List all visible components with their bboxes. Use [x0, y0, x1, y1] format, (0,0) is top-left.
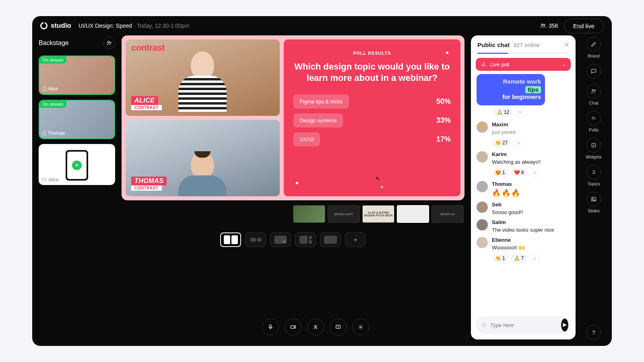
camera-button[interactable]: [285, 319, 301, 335]
add-reaction-button[interactable]: ☺: [529, 168, 540, 177]
backstage-tile-screenshare[interactable]: + Alice: [39, 144, 115, 185]
svg-point-2: [107, 41, 109, 43]
message-author: Seb: [492, 202, 523, 208]
message-author: Thomas: [492, 181, 521, 187]
lighting-button[interactable]: [307, 319, 324, 335]
layout-effects-button[interactable]: ✦: [345, 232, 366, 247]
share-icon: [335, 324, 341, 330]
rail-widgets[interactable]: Widgets: [586, 138, 602, 159]
widget-icon: [590, 142, 597, 148]
chat-title: Public chat: [477, 41, 510, 48]
slide-thumb-selected[interactable]: [397, 205, 429, 223]
reaction-button[interactable]: 👏1: [492, 254, 508, 262]
svg-point-4: [592, 89, 594, 91]
chat-message: KarimWatching as always!!😍1❤️8☺: [477, 151, 570, 177]
message-author: Salim: [492, 219, 554, 225]
people-icon: [590, 88, 597, 95]
layout-solo-button[interactable]: [320, 232, 341, 247]
avatar: [477, 219, 488, 230]
reaction-button[interactable]: 👏27: [492, 139, 511, 147]
layout-switcher: ✦: [122, 232, 464, 247]
reaction-button[interactable]: 🙏7: [511, 254, 527, 262]
layout-pip-left-button[interactable]: [245, 232, 266, 247]
app-window: studio UI/UX Design: Speed · Today, 12:3…: [32, 16, 612, 346]
add-reaction-button[interactable]: ☺: [529, 254, 540, 263]
add-reaction-button[interactable]: ☺: [513, 138, 524, 147]
add-reaction-button[interactable]: ☺: [515, 108, 525, 117]
slide-thumb[interactable]: OLAF & BJÖRN DESIGN PITCH DECK: [362, 205, 394, 223]
svg-point-8: [592, 198, 593, 199]
brand-logo[interactable]: studio: [40, 22, 71, 30]
svg-point-1: [544, 24, 545, 25]
backstage-tile-alice[interactable]: On stream Alice: [39, 56, 115, 95]
message-text: Soooo good!!: [492, 209, 523, 215]
logo-icon: [40, 22, 47, 29]
chat-message: SebSoooo good!!: [477, 202, 570, 215]
header: studio UI/UX Design: Speed · Today, 12:3…: [32, 16, 612, 35]
layout-pip-corner-button[interactable]: [270, 232, 291, 247]
message-text: 🔥🔥🔥: [492, 189, 521, 197]
bars-icon: [481, 61, 487, 68]
gear-icon: [357, 324, 364, 330]
rail-brand[interactable]: Brand: [586, 37, 601, 58]
svg-rect-9: [270, 325, 271, 327]
rail-chat[interactable]: [586, 64, 601, 78]
slide-thumb[interactable]: BRAND AUDIT: [328, 205, 360, 223]
message-author: Maxim: [492, 121, 524, 128]
person-sparkle-icon: [312, 324, 319, 330]
rail-polls[interactable]: Polls: [586, 111, 601, 132]
svg-rect-3: [43, 179, 46, 181]
sparkle-icon: ✦: [353, 237, 358, 243]
speaker-nameplate: ALICE CONTRAST: [131, 96, 162, 110]
layout-sidebar-button[interactable]: [295, 232, 316, 247]
rail-slides[interactable]: Slides: [586, 192, 601, 213]
poll-question: Which design topic would you like to lea…: [293, 61, 451, 83]
mic-icon: [43, 131, 46, 136]
send-button[interactable]: [561, 319, 568, 331]
session-title: UI/UX Design: Speed: [78, 23, 132, 29]
reaction-button[interactable]: 😍1: [492, 169, 508, 177]
svg-point-13: [360, 326, 361, 328]
rail-people[interactable]: Chat: [586, 84, 601, 105]
people-icon: [540, 23, 546, 29]
message-text: just joined: [492, 129, 524, 135]
stream-canvas: contrast ALICE CONTRAST THOMAS CONTRA: [122, 35, 464, 200]
chevron-down-icon: ⌄: [562, 62, 566, 67]
poll-option: Figma tips & tricks50%: [293, 95, 451, 109]
stage-area: contrast ALICE CONTRAST THOMAS CONTRA: [122, 35, 464, 339]
chat-online-count: 927 online: [514, 42, 540, 48]
slide-thumb[interactable]: BRAND AU: [431, 205, 464, 223]
slide-thumb[interactable]: [293, 205, 325, 223]
backstage-title: Backstage: [39, 39, 69, 47]
backstage-tile-thomas[interactable]: On stream Thomas: [39, 100, 115, 139]
end-live-button[interactable]: End live: [564, 19, 604, 33]
chat-input[interactable]: [490, 322, 558, 328]
list-icon: [590, 169, 597, 175]
chat-messages[interactable]: Remote work tips for beginners 🙏12 ☺ Max…: [471, 74, 576, 312]
viewer-count: 356: [540, 23, 558, 29]
brand-name: studio: [51, 22, 71, 30]
add-participant-button[interactable]: [103, 37, 115, 49]
settings-button[interactable]: [352, 319, 369, 335]
close-chat-button[interactable]: ✕: [564, 41, 569, 49]
canvas-watermark: contrast: [131, 43, 165, 53]
emoji-picker-icon[interactable]: ☺: [481, 321, 487, 329]
reaction-button[interactable]: 🙏12: [493, 108, 512, 116]
poll-results-panel: POLL RESULTS Which design topic would yo…: [284, 39, 460, 196]
session-time: · Today, 12:30-1:00pm: [134, 23, 190, 29]
mic-button[interactable]: [262, 319, 279, 335]
layout-split-button[interactable]: [220, 232, 241, 247]
image-icon: [590, 196, 597, 202]
chat-message: Maximjust joined👏27☺: [477, 121, 570, 147]
message-text: Watching as always!!: [492, 159, 541, 165]
share-screen-button[interactable]: [330, 319, 347, 335]
live-poll-banner[interactable]: Live poll ⌄: [476, 58, 571, 71]
sliders-icon: [590, 115, 597, 121]
chat-message: Thomas🔥🔥🔥: [477, 181, 570, 197]
rail-help[interactable]: ?: [586, 325, 601, 339]
rail-topics[interactable]: Topics: [586, 165, 601, 186]
svg-point-11: [315, 326, 316, 327]
camera-icon: [290, 324, 296, 330]
reaction-button[interactable]: ❤️8: [511, 169, 527, 177]
svg-rect-10: [291, 326, 294, 329]
